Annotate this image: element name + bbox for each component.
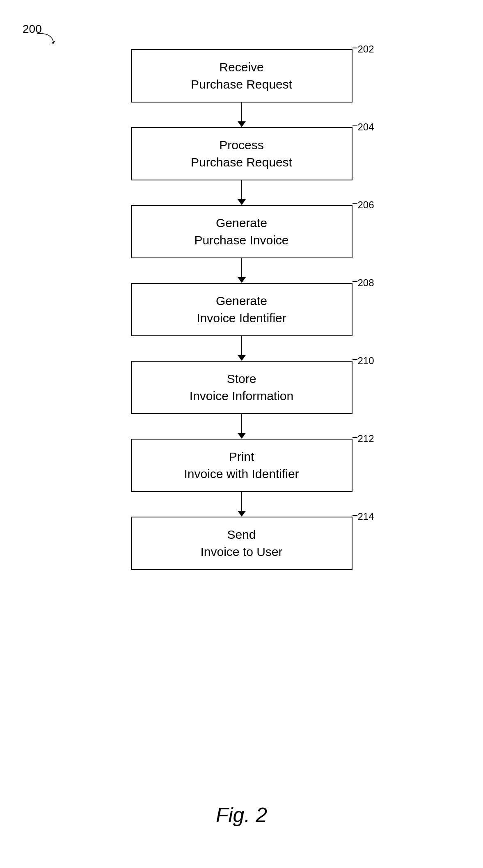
- diagram-container: 200 202 ReceivePurchase Request 204 Proc…: [0, 0, 483, 868]
- arrow-4: [238, 336, 246, 361]
- arrow-3: [238, 258, 246, 283]
- step-206-text: GeneratePurchase Invoice: [194, 214, 288, 249]
- arrow-line-1: [241, 103, 242, 121]
- label-206: 206: [357, 199, 374, 211]
- label-208: 208: [357, 277, 374, 289]
- label-212: 212: [357, 433, 374, 444]
- step-store-invoice-information: 210 StoreInvoice Information: [131, 361, 353, 414]
- diagram-main-label: 200: [23, 23, 42, 36]
- step-214-text: SendInvoice to User: [200, 526, 282, 560]
- arrowhead-5: [238, 433, 246, 439]
- arrowhead-6: [238, 511, 246, 517]
- arrow-line-2: [241, 180, 242, 199]
- step-generate-purchase-invoice: 206 GeneratePurchase Invoice: [131, 205, 353, 258]
- label-204: 204: [357, 121, 374, 133]
- step-210-text: StoreInvoice Information: [190, 370, 293, 405]
- arrow-line-3: [241, 258, 242, 277]
- arrowhead-3: [238, 277, 246, 283]
- arrowhead-4: [238, 355, 246, 361]
- arrow-2: [238, 180, 246, 205]
- step-process-purchase-request: 204 ProcessPurchase Request: [131, 127, 353, 180]
- label-202: 202: [357, 43, 374, 55]
- arrow-line-5: [241, 414, 242, 433]
- step-print-invoice-with-identifier: 212 PrintInvoice with Identifier: [131, 439, 353, 492]
- step-208-text: GenerateInvoice Identifier: [197, 292, 286, 327]
- arrow-6: [238, 492, 246, 517]
- label-200-arrow: [35, 32, 55, 44]
- arrow-line-4: [241, 336, 242, 355]
- label-214: 214: [357, 511, 374, 522]
- arrowhead-2: [238, 199, 246, 205]
- arrow-1: [238, 103, 246, 127]
- arrow-line-6: [241, 492, 242, 511]
- step-212-text: PrintInvoice with Identifier: [184, 448, 299, 483]
- step-generate-invoice-identifier: 208 GenerateInvoice Identifier: [131, 283, 353, 336]
- flowchart: 202 ReceivePurchase Request 204 ProcessP…: [119, 49, 365, 570]
- label-210: 210: [357, 355, 374, 367]
- arrow-5: [238, 414, 246, 439]
- arrowhead-1: [238, 121, 246, 127]
- step-receive-purchase-request: 202 ReceivePurchase Request: [131, 49, 353, 103]
- step-204-text: ProcessPurchase Request: [191, 137, 292, 171]
- step-send-invoice-to-user: 214 SendInvoice to User: [131, 517, 353, 570]
- figure-label: Fig. 2: [216, 803, 267, 827]
- step-202-text: ReceivePurchase Request: [191, 59, 292, 93]
